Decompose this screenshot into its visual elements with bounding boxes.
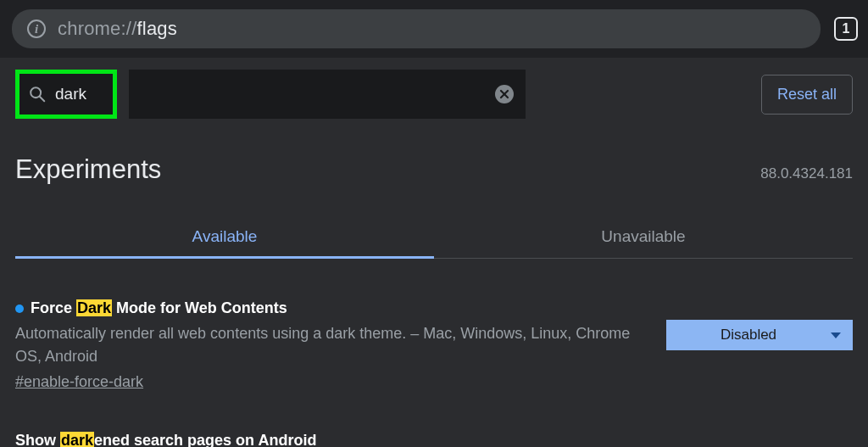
search-highlight-frame: dark	[15, 70, 117, 119]
status-dot-icon	[15, 305, 24, 313]
version-label: 88.0.4324.181	[760, 165, 853, 182]
tabs: Available Unavailable	[15, 219, 853, 259]
tab-count-value: 1	[843, 21, 850, 36]
flag-description: Automatically render all web contents us…	[15, 322, 636, 368]
flag-title-highlight: dark	[60, 432, 94, 447]
flag-title-post: ened search pages on Android	[94, 432, 316, 447]
flag-state-value: Disabled	[666, 327, 831, 344]
flags-page: dark Reset all Experiments 88.0.4324.181…	[0, 58, 868, 447]
flag-title-post: Mode for Web Contents	[112, 299, 287, 316]
browser-top-row: i chrome://flags 1	[0, 0, 868, 58]
page-title: Experiments	[15, 154, 161, 185]
page-title-row: Experiments 88.0.4324.181	[15, 127, 853, 190]
url-path: flags	[137, 18, 177, 39]
flag-item: Show darkened search pages on Android	[15, 391, 853, 447]
tab-counter[interactable]: 1	[834, 17, 858, 41]
url-scheme: chrome://	[58, 18, 137, 39]
flag-title: Show darkened search pages on Android	[15, 432, 316, 447]
close-icon	[499, 89, 509, 99]
flag-title-row: Show darkened search pages on Android	[15, 432, 853, 447]
omnibox[interactable]: i chrome://flags	[12, 9, 821, 48]
flags-toolbar: dark Reset all	[15, 58, 853, 127]
flag-title-row: Force Dark Mode for Web Contents	[15, 299, 636, 317]
search-input-wrap[interactable]: dark	[19, 74, 113, 115]
flag-anchor-link[interactable]: #enable-force-dark	[15, 373, 143, 391]
search-box-tail	[129, 70, 526, 119]
flag-main: Show darkened search pages on Android	[15, 432, 853, 447]
flag-main: Force Dark Mode for Web Contents Automat…	[15, 299, 636, 391]
flag-title-pre: Show	[15, 432, 60, 447]
flag-title-pre: Force	[31, 299, 76, 316]
svg-line-1	[40, 97, 45, 102]
flag-title: Force Dark Mode for Web Contents	[31, 299, 287, 317]
flag-state-select[interactable]: Disabled	[666, 320, 853, 350]
flag-item: Force Dark Mode for Web Contents Automat…	[15, 259, 853, 391]
site-info-icon[interactable]: i	[27, 20, 46, 38]
chevron-down-icon	[831, 332, 841, 338]
tab-unavailable[interactable]: Unavailable	[434, 219, 853, 258]
clear-search-button[interactable]	[495, 85, 514, 103]
search-icon	[28, 85, 47, 103]
tab-available[interactable]: Available	[15, 219, 434, 258]
search-input[interactable]: dark	[55, 85, 108, 103]
omnibox-url[interactable]: chrome://flags	[58, 18, 177, 40]
reset-all-button[interactable]: Reset all	[761, 75, 853, 115]
flag-title-highlight: Dark	[76, 299, 112, 316]
